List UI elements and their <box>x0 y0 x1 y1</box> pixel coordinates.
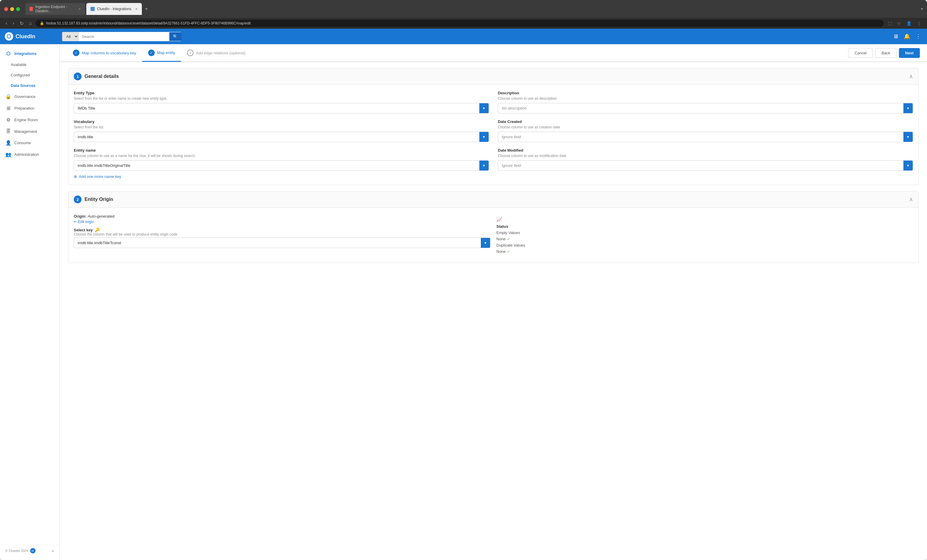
bookmark-button[interactable]: ☆ <box>895 20 903 27</box>
integrations-icon: ⬡ <box>5 51 11 56</box>
description-field: Description Choose column to use as desc… <box>498 91 913 114</box>
date-modified-select[interactable]: Ignore field ▾ <box>498 160 913 171</box>
entity-name-value: imdb.title.imdbTitleOriginalTitle <box>74 161 479 170</box>
description-value: No description <box>498 103 903 113</box>
origin-right: 📈 Status Empty Values None ✓ Duplicate <box>496 214 913 257</box>
sidebar-item-consume[interactable]: 👤 Consume <box>0 137 59 149</box>
browser-actions: ⬚ ☆ 👤 ⋮ <box>886 20 923 27</box>
add-icon: ⊕ <box>74 175 77 179</box>
tab-close-1[interactable]: ✕ <box>78 7 81 11</box>
date-modified-value: Ignore field <box>498 161 903 170</box>
sidebar-item-engine-room[interactable]: ⚙ Engine Room <box>0 114 59 126</box>
browser-tab-2[interactable]: CluedIn - Integrations ✕ <box>86 3 142 15</box>
app-logo: CluedIn <box>5 32 59 41</box>
sidebar-collapse-button[interactable]: « <box>52 548 54 553</box>
wizard-steps: ✓ Map columns to vocabulary key ✓ Map en… <box>60 44 927 62</box>
logo-icon <box>5 32 13 41</box>
sidebar-item-governance[interactable]: 🔒 Governance <box>0 91 59 102</box>
step-circle-3: 3 <box>187 50 193 56</box>
date-created-select[interactable]: Ignore field ▾ <box>498 132 913 142</box>
edit-origin-link[interactable]: ✏ Edit origin <box>74 220 490 224</box>
governance-icon: 🔒 <box>5 94 11 99</box>
search-bar: All 🔍 <box>62 32 182 41</box>
description-label: Description <box>498 91 913 95</box>
entity-type-select[interactable]: IMDb Title ▾ <box>74 103 489 114</box>
alerts-button[interactable]: 🔔 <box>903 32 912 41</box>
edit-origin-label: Edit origin <box>78 220 94 224</box>
sidebar-item-preparation[interactable]: ⊞ Preparation <box>0 102 59 114</box>
wizard-actions: Cancel Back Next <box>848 48 920 58</box>
entity-name-chevron[interactable]: ▾ <box>479 161 489 170</box>
browser-tab-1[interactable]: Ingestion Endpoint - Databric... ✕ <box>25 3 85 15</box>
empty-values-text: None <box>496 237 506 241</box>
sidebar-item-management[interactable]: 🗄 Management <box>0 126 59 137</box>
origin-value: Auto-generated <box>88 214 115 219</box>
content-area: ✓ Map columns to vocabulary key ✓ Map en… <box>60 44 927 560</box>
sidebar-logo-badge: in <box>30 548 35 554</box>
section-collapse-1[interactable]: ∧ <box>909 73 913 80</box>
lock-icon: 🔒 <box>40 21 44 25</box>
sidebar-item-configured[interactable]: Configured <box>0 70 59 80</box>
date-modified-label: Date Modified <box>498 148 913 153</box>
duplicate-values-value: None ✓ <box>496 249 913 254</box>
minimize-dot[interactable] <box>10 7 14 11</box>
select-key-select[interactable]: imdb.title.imdbTitleTconst ▾ <box>74 238 490 248</box>
vocabulary-hint: Select from the list. <box>74 125 489 129</box>
sidebar-footer: © CluedIn 2024 in « <box>0 545 59 556</box>
empty-values-label: Empty Values <box>496 231 913 235</box>
browser-tabs: Ingestion Endpoint - Databric... ✕ Clued… <box>25 3 918 15</box>
date-modified-chevron[interactable]: ▾ <box>903 161 913 170</box>
close-dot[interactable] <box>4 7 8 11</box>
sidebar-item-label-administration: Administration <box>14 152 39 157</box>
step-label-3: Add edge relations (optional) <box>196 51 246 55</box>
wizard-step-2: ✓ Map entity <box>142 45 181 62</box>
sidebar-item-label-governance: Governance <box>14 94 35 99</box>
address-bar[interactable]: 🔒 foobar.51.132.187.83.sslip.io/admin/in… <box>35 20 884 27</box>
section-num-2: 2 <box>74 196 82 203</box>
more-button[interactable]: ⋮ <box>915 32 922 41</box>
sidebar-item-integrations[interactable]: ⬡ Integrations <box>0 48 59 59</box>
tab-close-2[interactable]: ✕ <box>135 7 138 11</box>
select-key-chevron[interactable]: ▾ <box>481 238 490 248</box>
vocabulary-chevron[interactable]: ▾ <box>479 132 489 142</box>
app-main: ⬡ Integrations Available Configured Data… <box>0 44 927 560</box>
home-button[interactable]: ⌂ <box>27 20 33 27</box>
profile-button[interactable]: 👤 <box>904 20 913 27</box>
date-created-chevron[interactable]: ▾ <box>903 132 913 142</box>
wizard-step-1: ✓ Map columns to vocabulary key <box>67 45 142 61</box>
notifications-button[interactable]: 🖥 <box>892 32 900 41</box>
general-details-section: 1 General details ∧ Entity Type Select f… <box>68 68 919 185</box>
back-button[interactable]: ‹ <box>4 20 9 27</box>
browser-titlebar: Ingestion Endpoint - Databric... ✕ Clued… <box>0 0 927 18</box>
description-chevron[interactable]: ▾ <box>903 103 913 113</box>
maximize-dot[interactable] <box>16 7 20 11</box>
sidebar-item-data-sources[interactable]: Data Sources <box>0 80 59 91</box>
search-input[interactable] <box>79 32 169 41</box>
sidebar-item-label-engine-room: Engine Room <box>14 118 38 122</box>
add-name-key-link[interactable]: ⊕ Add one more name key <box>74 175 489 179</box>
sidebar: ⬡ Integrations Available Configured Data… <box>0 44 60 560</box>
sidebar-item-available[interactable]: Available <box>0 59 59 70</box>
vocabulary-select[interactable]: imdb.title ▾ <box>74 132 489 142</box>
reload-button[interactable]: ↻ <box>18 20 25 27</box>
menu-button[interactable]: ⋮ <box>915 20 923 27</box>
next-button[interactable]: Next <box>899 48 920 58</box>
search-button[interactable]: 🔍 <box>169 32 182 41</box>
back-button-wizard[interactable]: Back <box>875 48 897 58</box>
wizard-step-3: 3 Add edge relations (optional) <box>181 45 251 61</box>
forward-button[interactable]: › <box>11 20 15 27</box>
sidebar-item-administration[interactable]: 👥 Administration <box>0 149 59 160</box>
entity-name-select[interactable]: imdb.title.imdbTitleOriginalTitle ▾ <box>74 160 489 171</box>
description-select[interactable]: No description ▾ <box>498 103 913 114</box>
consume-icon: 👤 <box>5 140 11 146</box>
cancel-button[interactable]: Cancel <box>848 48 873 58</box>
select-key-label: Select key 🔑 <box>74 228 490 232</box>
entity-type-chevron[interactable]: ▾ <box>479 103 489 113</box>
sidebar-item-label-management: Management <box>14 129 37 134</box>
sidebar-copyright: © CluedIn 2024 <box>5 549 28 552</box>
new-tab-button[interactable]: + <box>143 3 150 15</box>
search-dropdown[interactable]: All <box>62 32 79 41</box>
section-collapse-2[interactable]: ∧ <box>909 196 913 203</box>
description-hint: Choose column to use as description <box>498 96 913 100</box>
extensions-button[interactable]: ⬚ <box>886 20 894 27</box>
